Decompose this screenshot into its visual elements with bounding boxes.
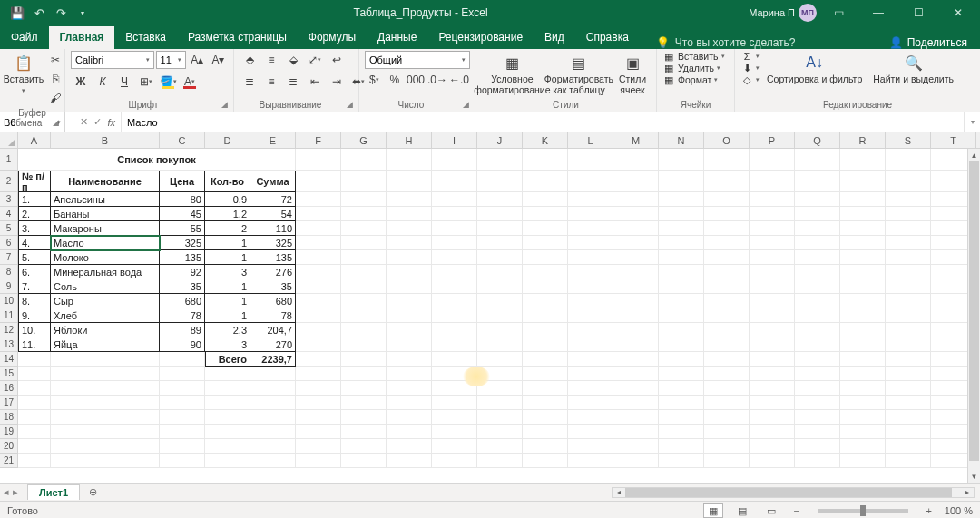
cell[interactable] — [51, 396, 160, 410]
cell[interactable] — [613, 236, 659, 250]
conditional-format-button[interactable]: ▦ Условное форматирование — [481, 51, 544, 97]
cell[interactable] — [523, 192, 568, 207]
cell[interactable] — [341, 410, 387, 425]
cell[interactable] — [613, 207, 659, 221]
cell[interactable] — [477, 425, 523, 439]
row-header[interactable]: 12 — [0, 323, 18, 337]
cell[interactable] — [840, 439, 886, 454]
cell[interactable] — [568, 367, 613, 381]
format-cells-button[interactable]: ▦Формат ▾ — [662, 74, 725, 85]
cell[interactable] — [568, 352, 613, 367]
cell[interactable] — [704, 381, 750, 396]
cell[interactable]: 45 — [160, 207, 205, 221]
cell[interactable] — [341, 439, 387, 454]
cell[interactable] — [523, 367, 568, 381]
cell[interactable] — [568, 439, 613, 454]
cell[interactable] — [613, 221, 659, 236]
cell[interactable] — [659, 279, 704, 294]
cell[interactable] — [477, 396, 523, 410]
scroll-up-icon[interactable]: ▲ — [968, 149, 980, 161]
cell[interactable]: 92 — [160, 265, 205, 279]
cell[interactable] — [477, 381, 523, 396]
cell[interactable] — [840, 323, 886, 337]
cell[interactable]: 6. — [18, 265, 51, 279]
paste-button[interactable]: 📋 Вставить ▾ — [5, 51, 42, 96]
column-header[interactable]: E — [250, 132, 296, 148]
cell[interactable] — [704, 192, 750, 207]
cell[interactable] — [795, 149, 840, 171]
cell[interactable] — [886, 171, 931, 192]
row-header[interactable]: 6 — [0, 236, 18, 250]
cell[interactable] — [51, 352, 160, 367]
cell[interactable] — [523, 352, 568, 367]
cell[interactable] — [296, 352, 341, 367]
cell[interactable] — [523, 250, 568, 265]
cell[interactable] — [523, 308, 568, 323]
cell[interactable] — [704, 439, 750, 454]
tab-view[interactable]: Вид — [534, 26, 575, 49]
cell[interactable] — [205, 381, 250, 396]
autosum-button[interactable]: Σ▾ — [740, 51, 760, 62]
cell[interactable] — [160, 425, 205, 439]
cell[interactable] — [205, 367, 250, 381]
cell[interactable] — [704, 265, 750, 279]
cell[interactable] — [523, 396, 568, 410]
cell[interactable] — [296, 381, 341, 396]
cell[interactable]: 78 — [250, 308, 296, 323]
cell[interactable] — [341, 367, 387, 381]
cell[interactable] — [840, 250, 886, 265]
cell[interactable] — [659, 207, 704, 221]
row-header[interactable]: 13 — [0, 337, 18, 352]
tab-review[interactable]: Рецензирование — [427, 26, 534, 49]
cell[interactable] — [795, 367, 840, 381]
cell[interactable] — [750, 425, 795, 439]
cell[interactable]: 8. — [18, 294, 51, 308]
column-header[interactable]: K — [523, 132, 568, 148]
cell[interactable] — [886, 308, 931, 323]
row-header[interactable]: 9 — [0, 279, 18, 294]
cell[interactable] — [704, 294, 750, 308]
cell[interactable] — [51, 425, 160, 439]
column-header[interactable]: S — [886, 132, 931, 148]
cell[interactable]: 1. — [18, 192, 51, 207]
cell[interactable]: Молоко — [51, 250, 160, 265]
cell[interactable] — [886, 221, 931, 236]
cell[interactable] — [18, 439, 51, 454]
cell[interactable] — [523, 236, 568, 250]
cell[interactable] — [750, 265, 795, 279]
cell-styles-button[interactable]: ▣ Стили ячеек — [614, 51, 651, 97]
cell[interactable] — [160, 439, 205, 454]
cell[interactable] — [523, 425, 568, 439]
cell[interactable] — [160, 396, 205, 410]
cell[interactable] — [659, 171, 704, 192]
cell[interactable] — [795, 323, 840, 337]
column-header[interactable]: C — [160, 132, 205, 148]
cell[interactable] — [432, 171, 477, 192]
row-header[interactable]: 15 — [0, 367, 18, 381]
cell[interactable] — [432, 279, 477, 294]
cell[interactable] — [659, 149, 704, 171]
cell[interactable] — [886, 294, 931, 308]
column-header[interactable]: R — [840, 132, 886, 148]
cell[interactable]: 3 — [205, 265, 250, 279]
wrap-text-icon[interactable]: ↩ — [327, 51, 347, 69]
cell[interactable] — [568, 149, 613, 171]
cell[interactable] — [568, 207, 613, 221]
cell[interactable] — [613, 352, 659, 367]
cell[interactable] — [750, 308, 795, 323]
cell[interactable] — [477, 323, 523, 337]
cell[interactable] — [477, 279, 523, 294]
cell[interactable] — [296, 396, 341, 410]
cell[interactable] — [523, 410, 568, 425]
page-layout-view-icon[interactable]: ▤ — [732, 503, 752, 518]
normal-view-icon[interactable]: ▦ — [703, 503, 723, 518]
cell[interactable] — [387, 207, 432, 221]
align-top-icon[interactable]: ⬘ — [240, 51, 260, 69]
cell[interactable] — [341, 454, 387, 468]
cell[interactable] — [387, 352, 432, 367]
cell[interactable] — [296, 236, 341, 250]
sheet-tab-1[interactable]: Лист1 — [27, 484, 80, 500]
cell[interactable] — [659, 352, 704, 367]
cell[interactable] — [18, 410, 51, 425]
cell[interactable] — [387, 367, 432, 381]
